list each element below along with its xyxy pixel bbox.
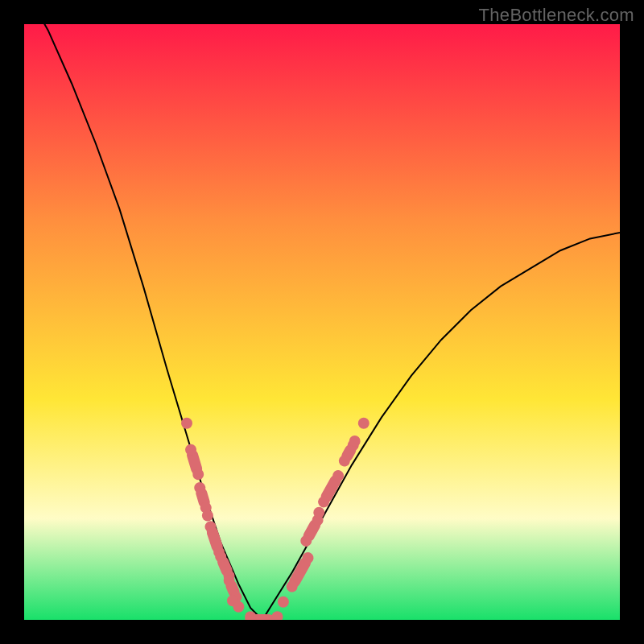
curve-marker-dot bbox=[313, 507, 324, 518]
curve-marker-dot bbox=[358, 418, 369, 429]
curve-marker-dot bbox=[349, 436, 361, 447]
curve-marker-dot bbox=[278, 597, 289, 608]
chart-svg bbox=[24, 24, 620, 620]
curve-marker-dot bbox=[181, 418, 192, 429]
curve-marker-dot bbox=[202, 510, 213, 522]
curve-marker-dot bbox=[233, 601, 244, 613]
plot-area bbox=[24, 24, 620, 620]
gradient-background bbox=[24, 24, 620, 620]
chart-frame: TheBottleneck.com bbox=[0, 0, 644, 644]
watermark-text: TheBottleneck.com bbox=[479, 5, 634, 26]
